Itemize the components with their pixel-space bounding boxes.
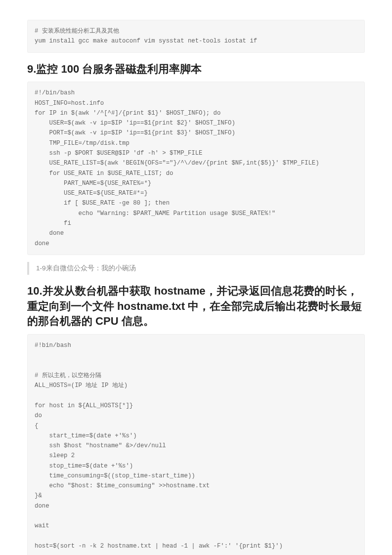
code-block-hostname-script: #!bin/bash # 所以主机，以空格分隔 ALL_HOSTS=(IP 地址… bbox=[27, 334, 365, 555]
heading-section-10: 10.并发从数台机器中获取 hostname，并记录返回信息花费的时长，重定向到… bbox=[27, 284, 365, 329]
code-block-install: # 安装系统性能分析工具及其他 yum install gcc make aut… bbox=[27, 20, 365, 53]
heading-section-9: 9.监控 100 台服务器磁盘利用率脚本 bbox=[27, 62, 365, 77]
source-blockquote: 1-9来自微信公众号：我的小碗汤 bbox=[27, 262, 365, 275]
code-block-disk-monitor: #!/bin/bash HOST_INFO=host.info for IP i… bbox=[27, 82, 365, 255]
